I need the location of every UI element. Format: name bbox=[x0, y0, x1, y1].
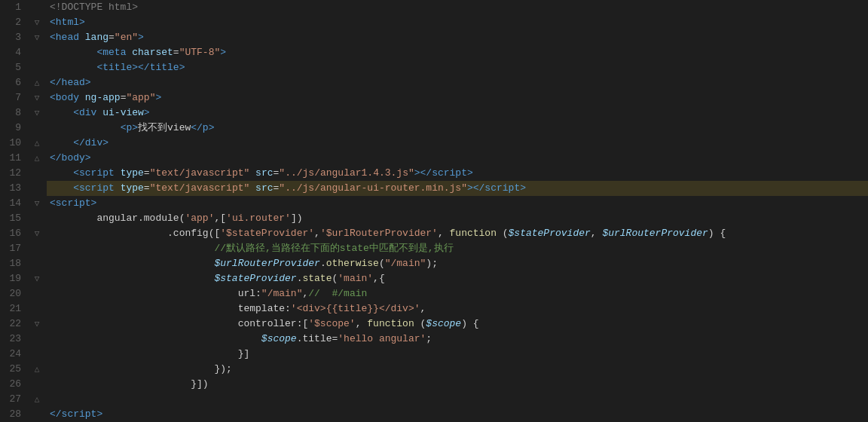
fold-27[interactable]: △ bbox=[32, 392, 42, 407]
code-line-21: template:'<div>{{title}}</div>', bbox=[47, 301, 868, 316]
fold-23 bbox=[32, 332, 42, 347]
code-line-4: <meta charset="UTF-8"> bbox=[47, 45, 868, 60]
line-num-8: 8 bbox=[6, 106, 26, 121]
fold-8[interactable]: ▽ bbox=[32, 106, 42, 121]
fold-14[interactable]: ▽ bbox=[32, 196, 42, 211]
code-line-15: angular.module('app',['ui.router']) bbox=[47, 211, 868, 226]
line-num-24: 24 bbox=[6, 347, 26, 362]
line-num-28: 28 bbox=[6, 407, 26, 422]
line-num-18: 18 bbox=[6, 256, 26, 271]
line-num-20: 20 bbox=[6, 286, 26, 301]
fold-gutter: ▽ ▽ △ ▽ ▽ △ △ ▽ ▽ ▽ ▽ △ △ △ bbox=[32, 0, 42, 422]
fold-11[interactable]: △ bbox=[32, 151, 42, 166]
code-line-17: //默认路径,当路径在下面的state中匹配不到是,执行 bbox=[47, 241, 868, 256]
line-numbers: 1 2 3 4 5 6 7 8 9 10 11 12 13 14 15 16 1… bbox=[0, 0, 32, 422]
code-editor: 1 2 3 4 5 6 7 8 9 10 11 12 13 14 15 16 1… bbox=[0, 0, 868, 422]
line-num-16: 16 bbox=[6, 226, 26, 241]
code-line-12: <script type="text/javascript" src="../j… bbox=[47, 166, 868, 181]
fold-26 bbox=[32, 377, 42, 392]
fold-1[interactable] bbox=[32, 0, 42, 15]
code-line-27 bbox=[47, 392, 868, 407]
line-num-25: 25 bbox=[6, 362, 26, 377]
fold-18 bbox=[32, 256, 42, 271]
code-line-2: <html> bbox=[47, 15, 868, 30]
fold-20 bbox=[32, 286, 42, 301]
line-num-4: 4 bbox=[6, 45, 26, 60]
code-line-3: <head lang="en"> bbox=[47, 30, 868, 45]
line-num-14: 14 bbox=[6, 196, 26, 211]
line-num-27: 27 bbox=[6, 392, 26, 407]
fold-6[interactable]: △ bbox=[32, 75, 42, 90]
code-line-28: </script> bbox=[47, 407, 868, 422]
fold-24 bbox=[32, 347, 42, 362]
line-num-7: 7 bbox=[6, 90, 26, 106]
fold-12 bbox=[32, 166, 42, 181]
code-line-10: </div> bbox=[47, 136, 868, 151]
fold-10[interactable]: △ bbox=[32, 136, 42, 151]
code-line-8: <div ui-view> bbox=[47, 106, 868, 121]
code-line-1: <!DOCTYPE html> bbox=[47, 0, 868, 15]
line-num-6: 6 bbox=[6, 75, 26, 90]
code-line-9: <p>找不到view</p> bbox=[47, 121, 868, 136]
code-line-26: }]) bbox=[47, 377, 868, 392]
code-line-11: </body> bbox=[47, 151, 868, 166]
line-num-15: 15 bbox=[6, 211, 26, 226]
code-line-6: </head> bbox=[47, 75, 868, 90]
line-num-26: 26 bbox=[6, 377, 26, 392]
code-line-22: controller:['$scope', function ($scope) … bbox=[47, 316, 868, 332]
fold-15 bbox=[32, 211, 42, 226]
line-num-13: 13 bbox=[6, 181, 26, 196]
code-line-23: $scope.title='hello angular'; bbox=[47, 332, 868, 347]
line-num-2: 2 bbox=[6, 15, 26, 30]
code-line-25: }); bbox=[47, 362, 868, 377]
code-line-20: url:"/main",// #/main bbox=[47, 286, 868, 301]
line-num-1: 1 bbox=[6, 0, 26, 15]
line-num-11: 11 bbox=[6, 151, 26, 166]
code-line-13: <script type="text/javascript" src="../j… bbox=[47, 181, 868, 196]
fold-4 bbox=[32, 45, 42, 60]
code-line-5: <title></title> bbox=[47, 60, 868, 75]
line-num-19: 19 bbox=[6, 271, 26, 286]
line-num-21: 21 bbox=[6, 301, 26, 316]
fold-3[interactable]: ▽ bbox=[32, 30, 42, 45]
code-line-19: $stateProvider.state('main',{ bbox=[47, 271, 868, 286]
fold-19[interactable]: ▽ bbox=[32, 271, 42, 286]
code-line-7: <body ng-app="app"> bbox=[47, 90, 868, 106]
fold-17 bbox=[32, 241, 42, 256]
fold-7[interactable]: ▽ bbox=[32, 90, 42, 106]
line-num-17: 17 bbox=[6, 241, 26, 256]
line-num-3: 3 bbox=[6, 30, 26, 45]
line-num-5: 5 bbox=[6, 60, 26, 75]
fold-2[interactable]: ▽ bbox=[32, 15, 42, 30]
fold-21 bbox=[32, 301, 42, 316]
line-num-23: 23 bbox=[6, 332, 26, 347]
line-num-9: 9 bbox=[6, 121, 26, 136]
code-line-14: <script> bbox=[47, 196, 868, 211]
code-line-16: .config(['$stateProvider','$urlRouterPro… bbox=[47, 226, 868, 241]
code-line-24: }] bbox=[47, 347, 868, 362]
fold-13 bbox=[32, 181, 42, 196]
fold-5 bbox=[32, 60, 42, 75]
fold-22[interactable]: ▽ bbox=[32, 316, 42, 332]
line-num-22: 22 bbox=[6, 316, 26, 332]
line-num-10: 10 bbox=[6, 136, 26, 151]
fold-9 bbox=[32, 121, 42, 136]
line-num-12: 12 bbox=[6, 166, 26, 181]
fold-16[interactable]: ▽ bbox=[32, 226, 42, 241]
code-line-18: $urlRouterProvider.otherwise("/main"); bbox=[47, 256, 868, 271]
code-content[interactable]: <!DOCTYPE html> <html> <head lang="en"> … bbox=[42, 0, 868, 422]
fold-28 bbox=[32, 407, 42, 422]
fold-25[interactable]: △ bbox=[32, 362, 42, 377]
